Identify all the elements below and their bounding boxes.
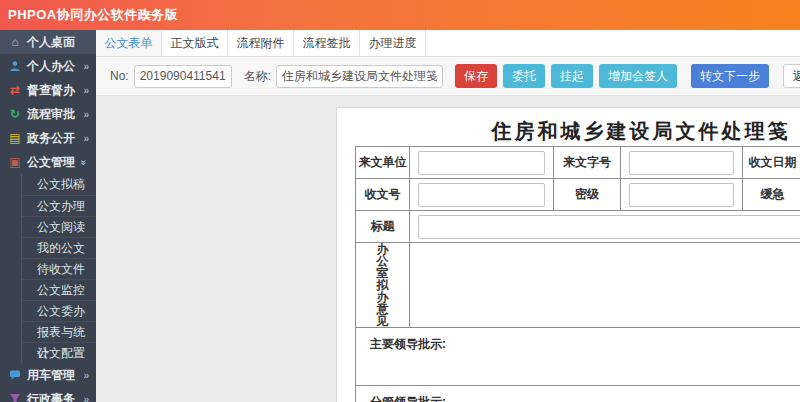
table-row: 收文号 密级 缓急 bbox=[356, 179, 800, 211]
secrecy-level-label: 密级 bbox=[554, 179, 621, 211]
urgency-label: 缓急 bbox=[743, 179, 800, 211]
sidebar-item-label: 流程审批 bbox=[27, 106, 75, 123]
calendar-icon: ▤ bbox=[7, 132, 23, 144]
chevron-right-icon: » bbox=[83, 394, 89, 402]
chevron-right-icon: » bbox=[83, 133, 89, 144]
shuffle-icon: ⇄ bbox=[7, 84, 23, 96]
chevron-right-icon: » bbox=[83, 85, 89, 96]
document-no-input[interactable] bbox=[134, 65, 232, 88]
document-paper: 住房和城乡建设局文件处理笺 来文单位 来文字号 收文日期 收文号 密级 缓急 bbox=[336, 107, 800, 402]
suspend-button[interactable]: 挂起 bbox=[551, 64, 593, 88]
sidebar-subitem-reports-statistics[interactable]: 报表与统计 bbox=[22, 321, 96, 342]
office-opinion-cell[interactable] bbox=[410, 243, 800, 328]
app-header: PHPOA协同办公软件政务版 ≡ bbox=[0, 0, 800, 30]
table-row: 分管领导批示: bbox=[356, 386, 800, 402]
sidebar-item-supervision[interactable]: ⇄ 督查督办 » bbox=[0, 78, 96, 102]
main-leader-comment-cell[interactable]: 主要领导批示: bbox=[356, 328, 800, 386]
receive-date-label: 收文日期 bbox=[743, 147, 800, 179]
funnel-icon bbox=[7, 393, 23, 402]
tab-workflow-signoff[interactable]: 流程签批 bbox=[294, 30, 360, 56]
document-toolbar: No: 名称: 保存 委托 挂起 增加会签人 转文下一步 返回 bbox=[96, 57, 800, 96]
sidebar-item-gov-disclosure[interactable]: ▤ 政务公开 » bbox=[0, 126, 96, 150]
deputy-leader-comment-cell[interactable]: 分管领导批示: bbox=[356, 386, 800, 402]
refresh-icon: ↻ bbox=[7, 108, 23, 120]
sidebar-item-document-management[interactable]: ▣ 公文管理 » bbox=[0, 150, 96, 174]
office-opinion-label: 办公室拟办意见 bbox=[376, 243, 390, 327]
sidebar-subitem-document-delegation[interactable]: 公文委办 bbox=[22, 300, 96, 321]
save-button[interactable]: 保存 bbox=[455, 64, 497, 88]
car-icon bbox=[7, 369, 23, 382]
tab-document-form[interactable]: 公文表单 bbox=[96, 30, 162, 56]
sidebar-item-personal-desktop[interactable]: ⌂ 个人桌面 bbox=[0, 30, 96, 54]
user-icon bbox=[7, 60, 23, 73]
forward-next-step-button[interactable]: 转文下一步 bbox=[691, 64, 769, 88]
sidebar-item-workflow-approval[interactable]: ↻ 流程审批 » bbox=[0, 102, 96, 126]
incoming-ref-no-input[interactable] bbox=[629, 151, 734, 175]
sidebar-item-label: 个人办公 bbox=[27, 58, 75, 75]
tab-bar: 公文表单 正文版式 流程附件 流程签批 办理进度 bbox=[96, 30, 800, 57]
table-row: 标题 bbox=[356, 211, 800, 243]
document-name-input[interactable] bbox=[276, 65, 443, 88]
incoming-ref-no-label: 来文字号 bbox=[554, 147, 621, 179]
secrecy-level-input[interactable] bbox=[629, 183, 734, 207]
sidebar-subitem-my-documents[interactable]: 我的公文 bbox=[22, 237, 96, 258]
folder-icon: ▣ bbox=[7, 156, 23, 168]
tab-workflow-attachments[interactable]: 流程附件 bbox=[228, 30, 294, 56]
add-countersigner-button[interactable]: 增加会签人 bbox=[599, 64, 677, 88]
incoming-unit-label: 来文单位 bbox=[356, 147, 410, 179]
sidebar-item-personal-office[interactable]: 个人办公 » bbox=[0, 54, 96, 78]
receive-no-label: 收文号 bbox=[356, 179, 410, 211]
sidebar-item-label: 公文管理 bbox=[27, 154, 75, 171]
sidebar-subitem-document-monitoring[interactable]: 公文监控 bbox=[22, 279, 96, 300]
document-form-table: 来文单位 来文字号 收文日期 收文号 密级 缓急 标题 办公室拟办意见 bbox=[355, 146, 800, 402]
subject-input[interactable] bbox=[418, 215, 800, 239]
subject-label: 标题 bbox=[356, 211, 410, 243]
incoming-unit-input[interactable] bbox=[418, 151, 545, 175]
chevron-right-icon: » bbox=[83, 61, 89, 72]
name-label: 名称: bbox=[244, 68, 271, 85]
table-row: 办公室拟办意见 bbox=[356, 243, 800, 328]
delegate-button[interactable]: 委托 bbox=[503, 64, 545, 88]
sidebar-item-label: 督查督办 bbox=[27, 82, 75, 99]
sidebar: ⌂ 个人桌面 个人办公 » ⇄ 督查督办 » ↻ 流程审批 » ▤ 政务公开 »… bbox=[0, 30, 96, 402]
tab-processing-progress[interactable]: 办理进度 bbox=[360, 30, 426, 56]
app-title: PHPOA协同办公软件政务版 bbox=[8, 0, 178, 30]
sidebar-item-label: 个人桌面 bbox=[27, 34, 75, 51]
home-icon: ⌂ bbox=[7, 36, 23, 48]
document-title: 住房和城乡建设局文件处理笺 bbox=[337, 118, 800, 145]
sidebar-subitem-document-drafting[interactable]: 公文拟稿 bbox=[22, 174, 96, 195]
sidebar-item-label: 行政事务 bbox=[27, 391, 75, 402]
main-content: 住房和城乡建设局文件处理笺 来文单位 来文字号 收文日期 收文号 密级 缓急 bbox=[96, 96, 800, 402]
sidebar-item-vehicle-management[interactable]: 用车管理 » bbox=[0, 363, 96, 387]
sidebar-item-label: 用车管理 bbox=[27, 367, 75, 384]
sidebar-subitem-document-configuration[interactable]: 公文配置 bbox=[22, 342, 96, 363]
sidebar-submenu-document-management: 公文拟稿 公文办理 公文阅读 我的公文 待收文件 公文监控 公文委办 报表与统计… bbox=[21, 174, 96, 363]
sidebar-subitem-document-handling[interactable]: 公文办理 bbox=[22, 195, 96, 216]
table-row: 来文单位 来文字号 收文日期 bbox=[356, 147, 800, 179]
chevron-right-icon: » bbox=[83, 109, 89, 120]
no-label: No: bbox=[110, 69, 129, 83]
chevron-down-icon: » bbox=[79, 159, 90, 165]
table-row: 主要领导批示: bbox=[356, 328, 800, 386]
chevron-right-icon: » bbox=[83, 370, 89, 381]
sidebar-item-label: 政务公开 bbox=[27, 130, 75, 147]
receive-no-input[interactable] bbox=[418, 183, 545, 207]
tab-body-layout[interactable]: 正文版式 bbox=[162, 30, 228, 56]
sidebar-subitem-pending-files[interactable]: 待收文件 bbox=[22, 258, 96, 279]
sidebar-subitem-document-reading[interactable]: 公文阅读 bbox=[22, 216, 96, 237]
back-button[interactable]: 返回 bbox=[783, 64, 800, 88]
hamburger-menu-icon[interactable]: ≡ bbox=[142, 0, 151, 30]
sidebar-item-administrative-affairs[interactable]: 行政事务 » bbox=[0, 387, 96, 402]
